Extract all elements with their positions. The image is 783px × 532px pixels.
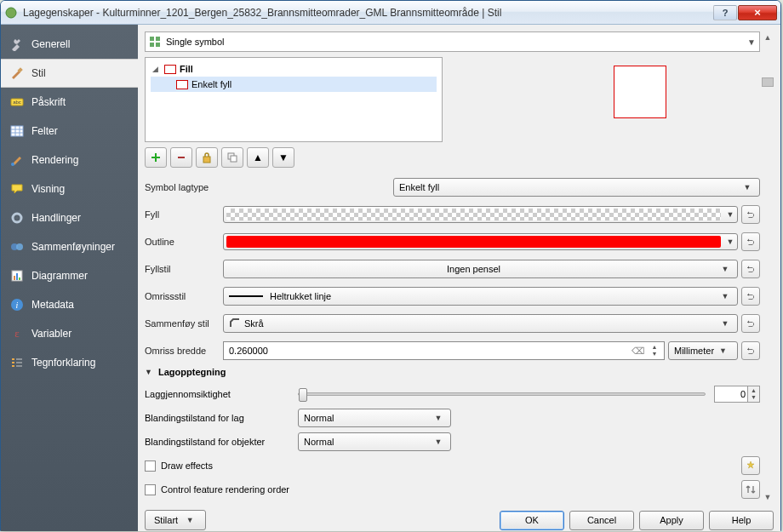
sidebar-item-legend[interactable]: Tegnforklaring — [1, 348, 138, 377]
svg-text:i: i — [16, 300, 19, 310]
outlinestyle-value: Heltrukket linje — [270, 291, 718, 301]
blend-feature-value: Normal — [304, 437, 432, 447]
lock-layer-button[interactable] — [196, 147, 218, 168]
outline-color-chip — [226, 236, 721, 248]
sidebar-label: Diagrammer — [31, 270, 88, 282]
sidebar-item-display[interactable]: Visning — [1, 174, 138, 203]
svg-rect-27 — [150, 37, 154, 41]
sidebar-label: Rendering — [31, 154, 78, 166]
sidebar-item-style[interactable]: Stil — [1, 59, 138, 88]
sidebar-item-general[interactable]: Generell — [1, 30, 138, 59]
style-menu-button[interactable]: Stilart ▼ — [145, 510, 206, 530]
sidebar-item-actions[interactable]: Handlinger — [1, 203, 138, 232]
sidebar-label: Handlinger — [31, 212, 81, 224]
symbol-layer-tree[interactable]: ◢ Fill Enkelt fyll — [145, 57, 443, 142]
opacity-value-box[interactable]: 0 — [714, 386, 748, 403]
paintbrush-icon — [9, 152, 25, 168]
gear-icon — [9, 210, 25, 226]
scroll-down-icon[interactable]: ▼ — [762, 491, 774, 503]
draw-effects-checkbox[interactable] — [145, 460, 156, 472]
outline-color-button[interactable]: ▼ — [223, 233, 738, 250]
sidebar-label: Sammenføyninger — [31, 241, 115, 253]
wrench-icon — [9, 37, 25, 52]
sidebar-item-metadata[interactable]: i Metadata — [1, 290, 138, 319]
tree-child[interactable]: Enkelt fyll — [151, 77, 437, 92]
outlinewidth-field[interactable] — [227, 345, 628, 357]
remove-layer-button[interactable] — [170, 147, 192, 168]
order-config-button[interactable] — [741, 480, 760, 499]
svg-rect-33 — [178, 157, 185, 158]
expand-icon[interactable]: ◢ — [152, 65, 161, 73]
sidebar-item-diagrams[interactable]: Diagrammer — [1, 261, 138, 290]
vertical-scrollbar[interactable]: ▲ ▼ — [762, 31, 774, 503]
outlinewidth-input[interactable]: ⌫ ▲▼ — [223, 341, 665, 360]
bevel-icon — [229, 318, 241, 329]
fillstyle-combo[interactable]: Ingen pensel ▼ — [223, 260, 738, 278]
help-button[interactable]: Help — [709, 511, 774, 530]
layer-rendering-header[interactable]: ▼ Lagopptegning — [145, 367, 760, 377]
opacity-slider[interactable] — [298, 392, 706, 396]
outlinewidth-label: Omriss bredde — [145, 346, 223, 356]
control-order-label: Control feature rendering order — [161, 484, 289, 495]
data-defined-button[interactable]: ⮌ — [741, 341, 760, 360]
sidebar-item-labels[interactable]: abc Påskrift — [1, 88, 138, 117]
svg-point-11 — [15, 216, 19, 220]
renderer-type-combo[interactable]: Single symbol ▼ — [145, 31, 760, 52]
sidebar-item-variables[interactable]: ε Variabler — [1, 319, 138, 348]
title-bar[interactable]: Lagegenskaper - Kulturminner_1201_Bergen… — [1, 1, 780, 25]
table-icon — [9, 123, 25, 139]
chevron-down-icon: ▼ — [714, 346, 732, 355]
blend-layer-combo[interactable]: Normal ▼ — [298, 409, 451, 427]
cancel-button[interactable]: Cancel — [569, 511, 634, 530]
title-help-button[interactable]: ? — [713, 5, 737, 20]
legend-icon — [9, 355, 25, 370]
sidebar-label: Felter — [31, 125, 58, 137]
ok-button[interactable]: OK — [500, 511, 564, 530]
data-defined-button[interactable]: ⮌ — [741, 232, 760, 251]
scroll-up-icon[interactable]: ▲ — [762, 31, 774, 43]
data-defined-button[interactable]: ⮌ — [741, 287, 760, 306]
layer-type-combo[interactable]: Enkelt fyll ▼ — [393, 178, 760, 197]
svg-rect-34 — [203, 157, 210, 163]
spinner-arrows[interactable]: ▲▼ — [748, 386, 760, 403]
fill-swatch — [164, 65, 176, 74]
data-defined-button[interactable]: ⮌ — [741, 205, 760, 224]
duplicate-layer-button[interactable] — [221, 147, 243, 168]
title-close-button[interactable]: × — [738, 5, 777, 20]
move-up-button[interactable]: ▲ — [247, 147, 269, 168]
spinner-arrows[interactable]: ▲▼ — [649, 344, 660, 358]
renderer-type-value: Single symbol — [164, 37, 744, 47]
control-order-checkbox[interactable] — [145, 484, 156, 495]
effects-config-button[interactable] — [741, 456, 760, 475]
add-layer-button[interactable] — [145, 147, 167, 168]
slider-thumb[interactable] — [299, 388, 307, 402]
content-panel: Single symbol ▼ ◢ Fill Enkelt fyll — [138, 25, 780, 531]
blend-feature-combo[interactable]: Normal ▼ — [298, 432, 451, 451]
joinstyle-value: Skrå — [244, 318, 718, 329]
sidebar-item-rendering[interactable]: Rendering — [1, 146, 138, 174]
clear-icon[interactable]: ⌫ — [628, 346, 649, 357]
move-down-button[interactable]: ▼ — [272, 147, 294, 168]
outlinestyle-combo[interactable]: Heltrukket linje ▼ — [223, 287, 738, 306]
sidebar-label: Tegnforklaring — [31, 357, 95, 369]
fill-color-button[interactable]: ▼ — [223, 206, 738, 223]
svg-rect-36 — [231, 156, 237, 162]
svg-text:abc: abc — [13, 100, 21, 105]
labels-icon: abc — [9, 94, 25, 110]
apply-button[interactable]: Apply — [639, 511, 704, 530]
data-defined-button[interactable]: ⮌ — [741, 314, 760, 333]
layer-type-value: Enkelt fyll — [399, 182, 740, 192]
unit-combo[interactable]: Millimeter ▼ — [668, 341, 738, 360]
section-title: Lagopptegning — [158, 367, 226, 377]
sidebar-item-joins[interactable]: Sammenføyninger — [1, 232, 138, 261]
tree-root[interactable]: ◢ Fill — [151, 61, 437, 77]
fillstyle-label: Fyllstil — [145, 264, 223, 274]
svg-rect-17 — [19, 277, 20, 280]
joinstyle-combo[interactable]: Skrå ▼ — [223, 314, 738, 333]
data-defined-button[interactable]: ⮌ — [741, 260, 760, 278]
svg-point-9 — [11, 163, 14, 166]
svg-text:ε: ε — [14, 327, 20, 340]
svg-rect-23 — [12, 365, 14, 367]
scrollbar-thumb[interactable] — [762, 77, 774, 87]
sidebar-item-fields[interactable]: Felter — [1, 117, 138, 146]
